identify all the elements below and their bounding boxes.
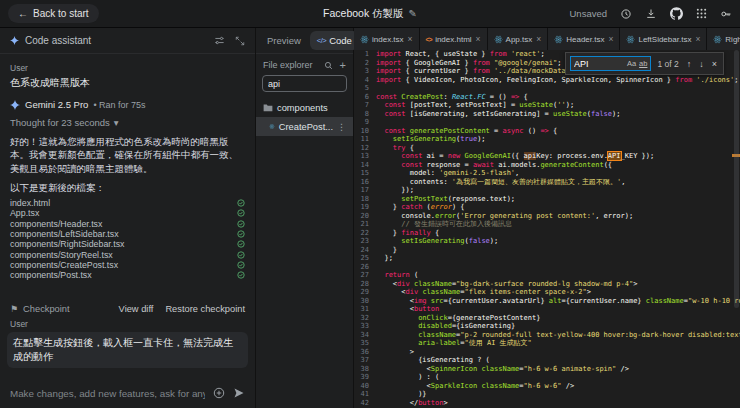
editor-tab[interactable]: LeftSidebar.tsx× [620,28,707,50]
close-tab-icon[interactable]: × [476,34,481,44]
topbar-actions: Unsaved [570,7,733,20]
tab-preview[interactable]: Preview [260,31,308,50]
check-circle-icon [237,209,245,217]
updated-file-row[interactable]: index.html [10,198,245,208]
check-circle-icon [237,251,245,259]
editor-scrollbar[interactable] [732,50,740,408]
apps-grid-icon[interactable] [696,8,707,19]
code-line: 34 className="p-2 rounded-full text-yell… [354,331,740,340]
scrollbar-thumb[interactable] [734,50,739,308]
edit-title-icon[interactable]: ✎ [409,8,417,19]
code-brackets-icon: </> [317,36,326,45]
code-line: 27 return ( [354,271,740,280]
line-number: 8 [354,110,376,119]
find-next-icon[interactable]: ↓ [697,59,706,69]
check-circle-icon [237,199,245,207]
download-icon[interactable] [645,8,657,20]
code-line: 28 <div className="bg-dark-surface round… [354,280,740,289]
code-line: 7 const [postText, setPostText] = useSta… [354,101,740,110]
find-input[interactable] [574,59,624,69]
line-number: 26 [354,263,376,272]
main-area: Code assistant User 色系改成暗黑版本 [0,28,740,408]
chat-input[interactable] [10,388,205,399]
project-title: Facebook 仿製版 ✎ [323,7,417,21]
file-name: index.html [10,198,50,208]
updated-file-row[interactable]: components/RightSidebar.tsx [10,239,245,249]
updated-file-row[interactable]: components/Post.tsx [10,270,245,280]
view-diff-button[interactable]: View diff [119,304,154,314]
history-icon[interactable] [620,8,632,20]
code-line: 38 <SpinnerIcon className="h-6 w-6 anima… [354,365,740,374]
tab-code[interactable]: </> Code [310,31,359,50]
file-tree-item[interactable]: CreatePost...⋮ [256,117,353,136]
editor-tab[interactable]: App.tsx× [488,28,549,50]
line-number: 34 [354,331,376,340]
line-number: 35 [354,339,376,348]
check-circle-icon [237,261,245,269]
react-file-icon [713,35,722,44]
add-attachment-icon[interactable] [213,387,225,399]
line-number: 42 [354,399,376,408]
thought-label: Thought for 23 seconds [10,117,110,128]
back-to-start-button[interactable]: ← Back to start [8,4,99,23]
add-file-icon[interactable]: + [340,61,346,70]
editor-tab[interactable]: index.tsx× [354,28,420,50]
line-number: 1 [354,50,376,59]
editor-tab-label: RightSidebar.t [725,35,740,44]
code-line: 26 [354,263,740,272]
react-file-icon [554,35,563,44]
code-content[interactable]: 1import React, { useState } from 'react'… [354,50,740,408]
file-tree: componentsCreatePost...⋮ [256,98,353,136]
project-title-text: Facebook 仿製版 [323,7,404,21]
send-icon[interactable] [233,387,245,399]
updated-file-row[interactable]: components/Header.tsx [10,218,245,228]
editor-tab[interactable]: RightSidebar.t× [707,28,740,50]
close-find-icon[interactable]: × [710,59,719,69]
editor-tab[interactable]: Header.tsx× [548,28,620,50]
close-tab-icon[interactable]: × [608,34,613,44]
github-icon[interactable] [670,7,683,20]
line-number: 27 [354,271,376,280]
line-number: 40 [354,382,376,391]
code-line: 17 }); [354,186,740,195]
view-switcher: Preview </> Code [256,28,353,54]
line-number: 9 [354,118,376,127]
kebab-menu-icon[interactable]: ⋮ [337,122,346,132]
gemini-spark-icon [10,100,20,110]
code-line: 10 const generatePostContent = async () … [354,127,740,136]
close-tab-icon[interactable]: × [408,34,413,44]
file-name: components/Post.tsx [10,270,92,280]
user-label: User [10,63,245,73]
react-file-icon [269,122,275,131]
code-line: 40 <SparkleIcon className="h-6 w-6" /> [354,382,740,391]
code-assistant-panel: Code assistant User 色系改成暗黑版本 [0,28,256,408]
restore-checkpoint-button[interactable]: Restore checkpoint [165,304,245,314]
match-case-icon[interactable]: Aa [627,59,636,68]
file-search-input[interactable] [268,79,341,89]
editor-tab-label: LeftSidebar.tsx [638,35,691,44]
conversation: User 色系改成暗黑版本 Gemini 2.5 Pro • Ran for 7… [0,54,255,378]
code-line: 36 > [354,348,740,357]
code-assistant-header: Code assistant [0,28,255,54]
updated-file-row[interactable]: components/LeftSidebar.tsx [10,229,245,239]
expand-panel-icon[interactable] [235,36,245,46]
file-name: components/RightSidebar.tsx [10,239,124,249]
find-previous-icon[interactable]: ↑ [685,59,694,69]
file-name: components/CreatePost.tsx [10,260,118,270]
line-number: 5 [354,84,376,93]
line-number: 18 [354,195,376,204]
editor-tab[interactable]: <>index.html× [420,28,488,50]
close-tab-icon[interactable]: × [695,34,700,44]
updated-file-row[interactable]: components/CreatePost.tsx [10,260,245,270]
api-key-icon[interactable] [720,8,732,20]
file-tree-item[interactable]: components [256,98,353,117]
code-line: 16 contents: '為我寫一篇簡短、友善的社群媒體貼文，主題不限。', [354,178,740,187]
updated-file-row[interactable]: App.tsx [10,208,245,218]
tune-icon[interactable] [214,35,225,46]
close-tab-icon[interactable]: × [536,34,541,44]
thought-toggle[interactable]: Thought for 23 seconds ▾ [10,117,245,128]
search-icon[interactable] [324,61,333,70]
tab-preview-label: Preview [267,35,301,46]
updated-file-row[interactable]: components/StoryReel.tsx [10,249,245,259]
whole-word-icon[interactable]: ab [639,59,647,68]
